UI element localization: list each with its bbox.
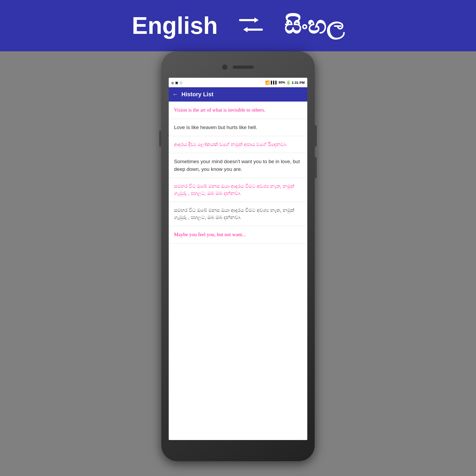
screen-icon: ▣ [175, 81, 178, 85]
list-item-text: ආදරය දිව්‍ය ලෝකයක් වගේ නමුත් අපාය වගේ රි… [174, 142, 287, 147]
list-item-text: Vision is the art of what is invisible t… [174, 107, 265, 113]
volume-down-button [315, 157, 317, 178]
screen-title: History List [181, 91, 213, 98]
battery-icon: 🔋 [286, 80, 291, 85]
status-right-icons: 📶 ▌▌▌ 60% 🔋 1:31 PM [265, 80, 305, 85]
list-item[interactable]: Vision is the art of what is invisible t… [169, 102, 307, 119]
list-item[interactable]: ආදරය දිව්‍ය ලෝකයක් වගේ නමුත් අපාය වගේ රි… [169, 136, 307, 153]
list-item[interactable]: සමහර විට ඔබේ මනස ඔයා ආදරය වීමට අවශ්‍ය නැ… [169, 178, 307, 202]
svg-marker-1 [254, 17, 259, 23]
app-bar: ← History List [169, 87, 307, 102]
battery-percent: 60% [279, 81, 285, 84]
list-item[interactable]: Love is like heaven but hurts like hell. [169, 119, 307, 136]
back-button[interactable]: ← [172, 91, 178, 98]
speaker [233, 66, 254, 69]
swap-languages-button[interactable] [239, 16, 263, 35]
status-bar: ψ ▣ ◎ 📶 ▌▌▌ 60% 🔋 1:31 PM [169, 78, 307, 87]
clock: 1:31 PM [292, 81, 305, 85]
camera-lens [222, 65, 227, 70]
svg-marker-3 [243, 27, 248, 32]
target-language[interactable]: සිංහල [284, 12, 344, 40]
phone-camera-area [212, 59, 264, 75]
list-item-text: සමහර විට ඔබේ මනස ඔයා ආදරය වීමට අවශ්‍ය නැ… [174, 208, 294, 220]
list-item[interactable]: Maybe you feel you, but not want... [169, 226, 307, 244]
phone-screen: ψ ▣ ◎ 📶 ▌▌▌ 60% 🔋 1:31 PM ← History List [169, 78, 307, 440]
wifi-icon: 📶 [265, 80, 270, 85]
list-item-text: Maybe you feel you, but not want... [174, 232, 246, 237]
gps-icon: ◎ [180, 81, 182, 85]
volume-button [159, 131, 161, 147]
signal-icon: ▌▌▌ [271, 81, 278, 84]
status-left-icons: ψ ▣ ◎ [171, 81, 182, 85]
language-bar: English සිංහල [0, 0, 476, 51]
list-item-text: සමහර විට ඔබේ මනස ඔයා ආදරය වීමට අවශ්‍ය නැ… [174, 184, 294, 196]
power-button [315, 125, 317, 147]
svg-rect-2 [247, 29, 263, 31]
list-item-text: Love is like heaven but hurts like hell. [174, 125, 257, 130]
svg-rect-0 [239, 19, 255, 21]
list-item[interactable]: Sometimes your mind doesn't want you to … [169, 153, 307, 178]
source-language[interactable]: English [132, 12, 218, 39]
history-list[interactable]: Vision is the art of what is invisible t… [169, 102, 307, 440]
list-item-text: Sometimes your mind doesn't want you to … [174, 159, 300, 172]
phone-body: ψ ▣ ◎ 📶 ▌▌▌ 60% 🔋 1:31 PM ← History List [161, 51, 315, 461]
usb-icon: ψ [171, 81, 174, 85]
list-item[interactable]: සමහර විට ඔබේ මනස ඔයා ආදරය වීමට අවශ්‍ය නැ… [169, 202, 307, 226]
phone-device: ψ ▣ ◎ 📶 ▌▌▌ 60% 🔋 1:31 PM ← History List [161, 51, 315, 461]
